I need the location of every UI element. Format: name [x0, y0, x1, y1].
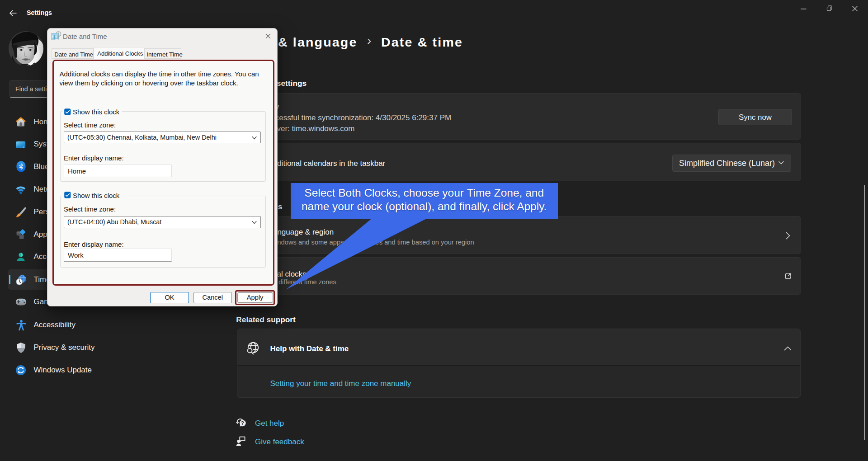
svg-text:?: ?	[241, 420, 244, 426]
